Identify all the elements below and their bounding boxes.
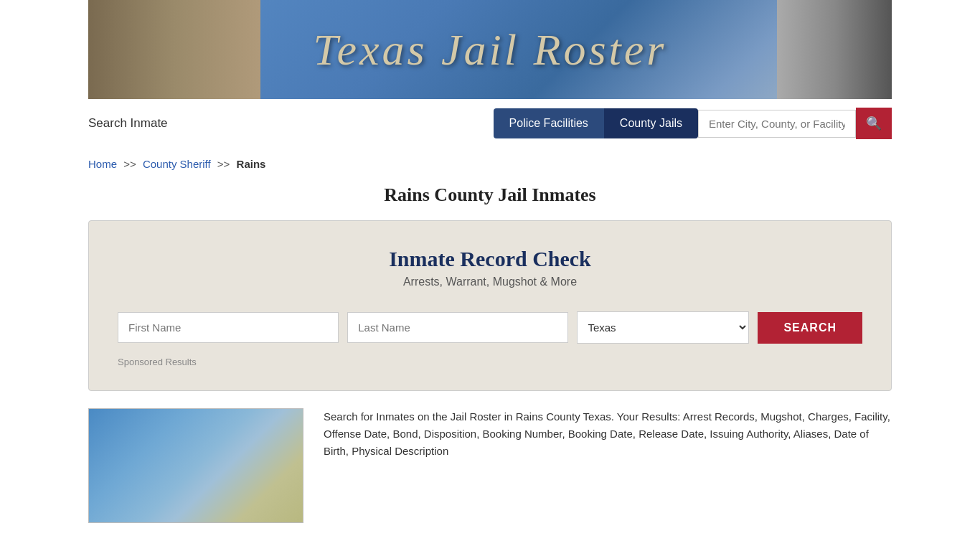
keys-image [777, 0, 892, 99]
tab-county-jails[interactable]: County Jails [604, 108, 698, 138]
record-check-section: Inmate Record Check Arrests, Warrant, Mu… [88, 220, 892, 391]
last-name-input[interactable] [347, 312, 568, 343]
sponsored-label: Sponsored Results [118, 357, 862, 367]
record-check-title: Inmate Record Check [118, 247, 862, 271]
nav-tabs: Police Facilities County Jails [494, 108, 698, 138]
bottom-section: Search for Inmates on the Jail Roster in… [88, 408, 892, 523]
breadcrumb-sep-2: >> [217, 158, 230, 170]
county-building-image [88, 408, 303, 523]
search-icon: 🔍 [866, 116, 882, 131]
state-select[interactable]: AlabamaAlaskaArizonaArkansasCaliforniaCo… [577, 311, 749, 344]
breadcrumb-home[interactable]: Home [88, 158, 117, 170]
record-check-subtitle: Arrests, Warrant, Mugshot & More [118, 276, 862, 288]
first-name-input[interactable] [118, 312, 339, 343]
breadcrumb-current: Rains [237, 158, 266, 170]
banner-title: Texas Jail Roster [314, 24, 667, 75]
breadcrumb-county-sheriff[interactable]: County Sheriff [143, 158, 211, 170]
breadcrumb-sep-1: >> [123, 158, 136, 170]
site-banner: Texas Jail Roster [88, 0, 892, 99]
record-check-form: AlabamaAlaskaArizonaArkansasCaliforniaCo… [118, 311, 862, 344]
capitol-image [88, 0, 260, 99]
page-title: Rains County Jail Inmates [0, 184, 980, 206]
bottom-description: Search for Inmates on the Jail Roster in… [324, 408, 892, 460]
breadcrumb: Home >> County Sheriff >> Rains [88, 148, 892, 177]
facility-search-button[interactable]: 🔍 [856, 108, 892, 139]
tab-police-facilities[interactable]: Police Facilities [494, 108, 604, 138]
navbar: Search Inmate Police Facilities County J… [88, 99, 892, 148]
record-search-button[interactable]: SEARCH [758, 312, 862, 344]
search-inmate-label: Search Inmate [88, 116, 168, 131]
facility-search-input[interactable] [698, 110, 856, 138]
